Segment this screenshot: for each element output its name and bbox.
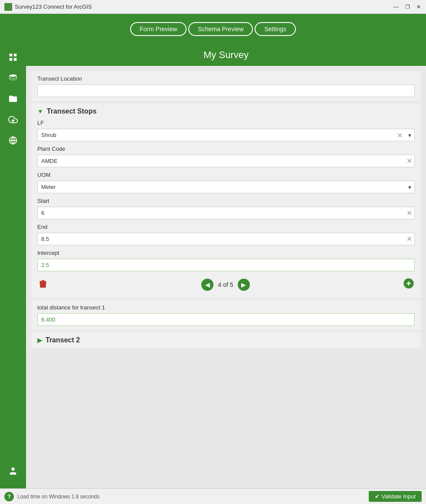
transect-stops-content: LF Shrub ✕ ▾ Plant Code (37, 120, 415, 294)
plant-code-label: Plant Code (37, 146, 415, 152)
status-text: Load time on Windows 1.8 seconds (17, 494, 99, 500)
svg-point-8 (11, 468, 14, 471)
start-wrap: ✕ (37, 207, 415, 219)
total-distance-input[interactable] (37, 313, 415, 326)
svg-rect-2 (10, 58, 12, 61)
transect2-header: ▶ Transect 2 (37, 336, 415, 344)
next-page-button[interactable]: ▶ (238, 279, 250, 291)
lf-field: LF Shrub ✕ ▾ (37, 120, 415, 141)
survey-scroll[interactable]: Transect Location ▼ Transect Stops LF (26, 66, 426, 488)
sidebar-item-user[interactable] (4, 462, 22, 480)
sidebar (0, 44, 26, 488)
close-button[interactable]: ✕ (415, 3, 423, 11)
page-info: 4 of 5 (218, 281, 233, 288)
sidebar-item-grid[interactable] (4, 49, 22, 66)
intercept-input[interactable] (37, 259, 415, 271)
transect-stops-header: ▼ Transect Stops (37, 107, 415, 115)
app-icon (4, 3, 12, 11)
main-layout: My Survey Transect Location ▼ Transect S… (0, 44, 426, 488)
add-record-button[interactable] (403, 277, 415, 292)
transect2-section: ▶ Transect 2 (31, 332, 421, 348)
transect2-label: Transect 2 (46, 336, 80, 344)
plant-code-input[interactable] (37, 155, 415, 167)
transect-stops-title: Transect Stops (47, 107, 97, 115)
start-clear-icon[interactable]: ✕ (406, 210, 412, 217)
svg-rect-0 (10, 54, 12, 56)
minimize-button[interactable]: — (392, 3, 400, 11)
expand-arrow-icon[interactable]: ▶ (37, 337, 42, 344)
uom-select-wrap: Meter ▾ (37, 181, 415, 193)
end-label: End (37, 224, 415, 230)
tab-settings[interactable]: Settings (255, 22, 296, 36)
sidebar-item-database[interactable] (4, 69, 22, 87)
app-title: Survey123 Connect for ArcGIS (15, 3, 92, 10)
window-controls: — ❐ ✕ (392, 3, 423, 11)
uom-select[interactable]: Meter (37, 181, 415, 193)
plant-code-field: Plant Code ✕ (37, 146, 415, 167)
plant-code-wrap: ✕ (37, 155, 415, 167)
top-nav: Form Preview Schema Preview Settings (0, 14, 426, 44)
sidebar-item-cloud[interactable] (4, 111, 22, 128)
start-input[interactable] (37, 207, 415, 219)
svg-rect-1 (14, 54, 16, 56)
status-bar: ? Load time on Windows 1.8 seconds ✔ Val… (0, 488, 426, 504)
start-label: Start (37, 198, 415, 204)
intercept-label: Intercept (37, 250, 415, 256)
maximize-button[interactable]: ❐ (403, 3, 411, 11)
app-container: Form Preview Schema Preview Settings (0, 14, 426, 504)
lf-select[interactable]: Shrub (37, 129, 415, 141)
transect-location-label: Transect Location (37, 75, 415, 82)
end-field: End ✕ (37, 224, 415, 245)
survey-title: My Survey (26, 44, 426, 66)
transect-location-section: Transect Location (31, 71, 421, 101)
start-field: Start ✕ (37, 198, 415, 219)
end-clear-icon[interactable]: ✕ (406, 236, 412, 243)
delete-button[interactable] (37, 278, 49, 292)
title-bar: Survey123 Connect for ArcGIS — ❐ ✕ (0, 0, 426, 14)
transect-location-input[interactable] (37, 85, 415, 97)
end-input[interactable] (37, 233, 415, 245)
pagination-row: ◀ 4 of 5 ▶ (37, 276, 415, 294)
plant-code-clear-icon[interactable]: ✕ (406, 158, 412, 165)
pagination-controls: ◀ 4 of 5 ▶ (201, 279, 249, 291)
sidebar-bottom (4, 462, 22, 484)
uom-label: UOM (37, 172, 415, 178)
lf-clear-icon[interactable]: ✕ (397, 131, 403, 139)
survey-area: My Survey Transect Location ▼ Transect S… (26, 44, 426, 488)
svg-rect-3 (14, 58, 16, 61)
total-distance-section: total distance for transect 1 (31, 300, 421, 330)
validate-label: Validate Input (381, 493, 416, 500)
end-wrap: ✕ (37, 233, 415, 245)
checkmark-icon: ✔ (375, 493, 380, 500)
tab-schema-preview[interactable]: Schema Preview (188, 22, 253, 36)
sidebar-item-folder[interactable] (4, 90, 22, 107)
transect-stops-section: ▼ Transect Stops LF Shrub ✕ (31, 103, 421, 298)
collapse-arrow-icon[interactable]: ▼ (37, 108, 43, 115)
help-icon[interactable]: ? (4, 492, 14, 501)
prev-page-button[interactable]: ◀ (201, 279, 213, 291)
uom-field: UOM Meter ▾ (37, 172, 415, 193)
lf-label: LF (37, 120, 415, 126)
lf-select-wrap: Shrub ✕ ▾ (37, 129, 415, 141)
validate-button[interactable]: ✔ Validate Input (369, 491, 422, 502)
total-distance-label: total distance for transect 1 (37, 304, 415, 311)
intercept-field: Intercept (37, 250, 415, 271)
svg-point-4 (10, 75, 17, 77)
sidebar-item-globe[interactable] (4, 132, 22, 149)
status-left: ? Load time on Windows 1.8 seconds (4, 492, 99, 501)
tab-form-preview[interactable]: Form Preview (130, 22, 187, 36)
